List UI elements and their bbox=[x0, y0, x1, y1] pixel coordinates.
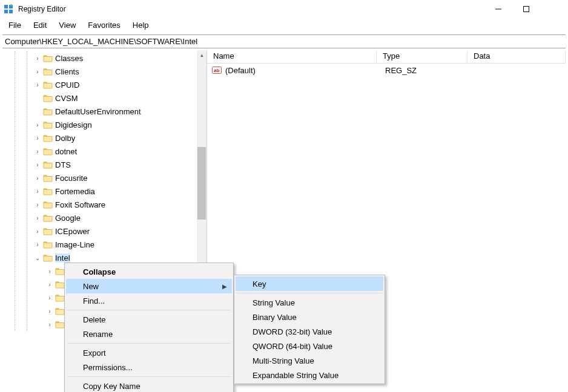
column-name[interactable]: Name bbox=[207, 50, 377, 63]
expander-icon[interactable]: › bbox=[33, 162, 42, 168]
expander-icon[interactable]: ⌄ bbox=[33, 255, 42, 261]
tree-item-label: Dolby bbox=[55, 134, 75, 143]
svg-rect-6 bbox=[524, 7, 529, 12]
ctx-new-qword[interactable]: QWORD (64-bit) Value bbox=[236, 339, 383, 353]
regedit-icon bbox=[4, 4, 13, 14]
expander-icon[interactable]: › bbox=[33, 228, 42, 235]
tree-item[interactable]: ›Foxit Software bbox=[33, 198, 206, 211]
ctx-copy-key-name[interactable]: Copy Key Name bbox=[66, 379, 232, 392]
tree-item[interactable]: ›Clients bbox=[33, 65, 206, 78]
ctx-new-label: New bbox=[83, 282, 99, 291]
menu-view[interactable]: View bbox=[53, 19, 82, 31]
tree-item[interactable]: ›Dolby bbox=[33, 131, 206, 145]
ctx-new[interactable]: New ▶ bbox=[66, 279, 232, 293]
tree-item[interactable]: ›DTS bbox=[33, 158, 206, 171]
expander-icon[interactable]: › bbox=[33, 201, 42, 208]
tree-item[interactable]: ›Google bbox=[33, 211, 206, 224]
tree-item[interactable]: ›Digidesign bbox=[33, 118, 206, 131]
ctx-new-key[interactable]: Key bbox=[236, 276, 383, 291]
expander-icon[interactable]: › bbox=[45, 321, 54, 328]
string-value-icon: ab bbox=[212, 65, 222, 75]
expander-icon[interactable]: › bbox=[33, 188, 42, 195]
expander-icon[interactable]: › bbox=[33, 55, 42, 62]
ctx-collapse[interactable]: Collapse bbox=[66, 264, 232, 279]
svg-text:ab: ab bbox=[214, 68, 219, 73]
tree-item[interactable]: ›ICEpower bbox=[33, 224, 206, 238]
value-type: REG_SZ bbox=[385, 66, 476, 75]
tree-item-label: DTS bbox=[55, 160, 71, 169]
separator bbox=[67, 310, 231, 310]
ctx-find[interactable]: Find... bbox=[66, 293, 232, 308]
expander-icon[interactable]: › bbox=[33, 122, 42, 128]
tree-item-label: CPUID bbox=[55, 80, 79, 90]
ctx-export[interactable]: Export bbox=[66, 345, 232, 360]
folder-icon bbox=[43, 80, 53, 89]
tree-item[interactable]: DefaultUserEnvironment bbox=[33, 105, 206, 118]
separator bbox=[67, 376, 231, 377]
expander-icon[interactable]: › bbox=[33, 82, 42, 88]
minimize-button[interactable] bbox=[484, 0, 512, 18]
folder-icon bbox=[43, 187, 53, 195]
tree-item[interactable]: ›Focusrite bbox=[33, 171, 206, 185]
menu-file[interactable]: File bbox=[2, 19, 27, 31]
tree-item[interactable]: ›Fortemedia bbox=[33, 185, 206, 198]
values-header[interactable]: Name Type Data bbox=[207, 50, 566, 64]
address-bar[interactable]: Computer\HKEY_LOCAL_MACHINE\SOFTWARE\Int… bbox=[2, 34, 566, 48]
svg-rect-2 bbox=[4, 10, 8, 13]
ctx-new-multi[interactable]: Multi-String Value bbox=[236, 353, 383, 368]
expander-icon[interactable]: › bbox=[45, 308, 54, 315]
separator bbox=[237, 293, 382, 293]
expander-icon[interactable]: › bbox=[33, 241, 42, 248]
scroll-thumb[interactable] bbox=[197, 147, 206, 220]
tree-item[interactable]: CVSM bbox=[33, 91, 206, 105]
scroll-up-icon[interactable]: ▴ bbox=[197, 50, 206, 60]
folder-icon bbox=[43, 240, 53, 249]
menu-edit[interactable]: Edit bbox=[27, 19, 53, 31]
folder-icon bbox=[43, 174, 53, 182]
ctx-new-dword[interactable]: DWORD (32-bit) Value bbox=[236, 324, 383, 339]
separator bbox=[67, 343, 231, 344]
value-name: (Default) bbox=[225, 66, 385, 75]
expander-icon[interactable]: › bbox=[33, 148, 42, 155]
svg-rect-3 bbox=[9, 10, 13, 13]
tree-item[interactable]: ›Image-Line bbox=[33, 238, 206, 251]
ctx-rename[interactable]: Rename bbox=[66, 327, 232, 341]
ctx-new-expand[interactable]: Expandable String Value bbox=[236, 368, 383, 382]
expander-icon[interactable]: › bbox=[33, 175, 42, 181]
window-controls bbox=[484, 0, 568, 18]
tree-item-label: Clients bbox=[55, 67, 79, 76]
folder-icon bbox=[43, 94, 53, 102]
tree-item[interactable]: ›Classes bbox=[33, 51, 206, 65]
column-type[interactable]: Type bbox=[377, 50, 467, 63]
menu-help[interactable]: Help bbox=[127, 19, 155, 31]
ctx-new-string[interactable]: String Value bbox=[236, 295, 383, 310]
expander-icon[interactable]: › bbox=[33, 215, 42, 221]
tree-item[interactable]: ›CPUID bbox=[33, 78, 206, 91]
folder-icon bbox=[43, 120, 53, 129]
value-row[interactable]: ab (Default) REG_SZ bbox=[207, 64, 566, 77]
expander-icon[interactable]: › bbox=[33, 135, 42, 142]
tree-item-label: dotnet bbox=[55, 147, 77, 156]
folder-icon bbox=[43, 227, 53, 235]
folder-icon bbox=[55, 267, 65, 275]
column-data[interactable]: Data bbox=[467, 50, 566, 63]
expander-icon[interactable]: › bbox=[45, 295, 54, 301]
ctx-delete[interactable]: Delete bbox=[66, 312, 232, 327]
menu-bar: File Edit View Favorites Help bbox=[0, 18, 568, 34]
expander-icon[interactable]: › bbox=[33, 68, 42, 75]
folder-icon bbox=[55, 307, 65, 315]
tree-item-label: Intel bbox=[55, 253, 70, 263]
ctx-new-binary[interactable]: Binary Value bbox=[236, 310, 383, 324]
maximize-button[interactable] bbox=[512, 0, 540, 18]
menu-favorites[interactable]: Favorites bbox=[82, 19, 126, 31]
tree-item-label: Classes bbox=[55, 54, 83, 63]
title-bar: Registry Editor bbox=[0, 0, 568, 18]
tree-item[interactable]: ›dotnet bbox=[33, 145, 206, 158]
new-submenu: Key String Value Binary Value DWORD (32-… bbox=[234, 275, 385, 384]
expander-icon[interactable]: › bbox=[45, 281, 54, 288]
ctx-permissions[interactable]: Permissions... bbox=[66, 360, 232, 374]
folder-icon bbox=[43, 54, 53, 62]
window-title: Registry Editor bbox=[18, 5, 484, 13]
expander-icon[interactable]: › bbox=[45, 268, 54, 275]
folder-icon bbox=[43, 253, 53, 262]
